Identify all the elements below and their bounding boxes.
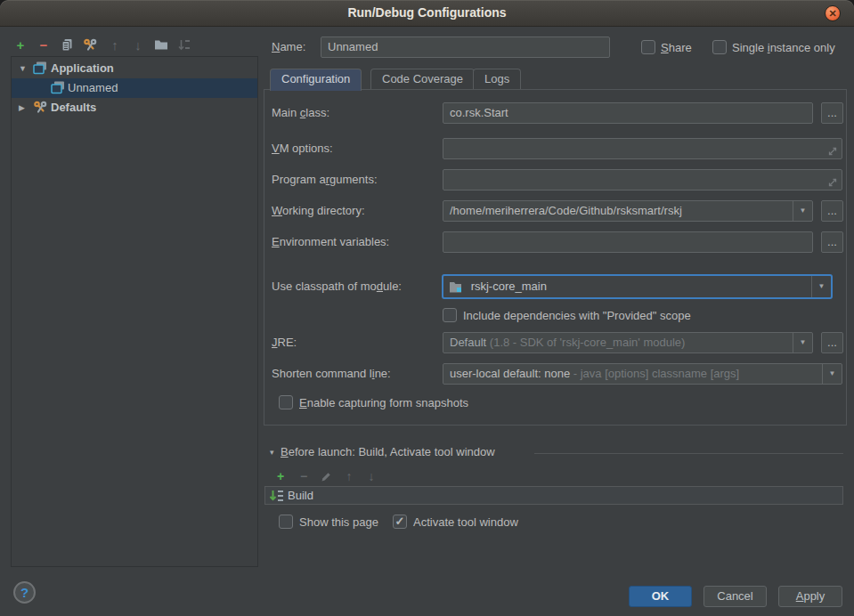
before-launch-header[interactable]: Before launch: Build, Activate tool wind… (281, 442, 495, 463)
main-class-browse-button[interactable]: ... (821, 102, 843, 124)
expand-field-icon[interactable] (827, 174, 838, 190)
include-provided-label[interactable]: Include dependencies with "Provided" sco… (463, 308, 691, 323)
move-task-up-icon[interactable]: ↑ (342, 469, 356, 483)
expanded-triangle-icon[interactable]: ▼ (19, 59, 29, 78)
remove-task-icon[interactable]: − (297, 469, 311, 483)
working-directory-combobox[interactable]: /home/meriherrera/Code/Github/rsksmart/r… (443, 200, 813, 222)
shorten-value-detail: - java [options] classname [args] (573, 367, 739, 380)
run-debug-configurations-dialog: Run/Debug Configurations ✕ + − ↑ ↓ ▼ App… (0, 0, 854, 616)
activate-tool-window-label[interactable]: Activate tool window (413, 515, 518, 530)
title-bar: Run/Debug Configurations ✕ (0, 0, 854, 27)
ok-button[interactable]: OK (629, 586, 692, 607)
module-combobox[interactable]: rskj-core_main ▼ (442, 274, 833, 299)
tab-configuration[interactable]: Configuration (270, 69, 362, 91)
tab-code-coverage[interactable]: Code Coverage (370, 69, 475, 90)
application-type-icon (51, 81, 65, 95)
jre-combobox[interactable]: Default (1.8 - SDK of 'rskj-core_main' m… (443, 332, 813, 353)
window-title: Run/Debug Configurations (0, 5, 854, 20)
use-classpath-label: Use classpath of module: (272, 276, 402, 297)
include-provided-checkbox[interactable]: ✓ (443, 308, 457, 322)
tab-logs[interactable]: Logs (473, 69, 521, 90)
shorten-command-line-combobox[interactable]: user-local default: none - java [options… (443, 363, 842, 385)
share-checkbox[interactable]: ✓ (641, 40, 655, 54)
name-label: Name: (272, 36, 305, 58)
tree-item-unnamed[interactable]: Unnamed (12, 78, 257, 98)
dropdown-arrow-icon[interactable]: ▼ (822, 364, 842, 384)
program-arguments-label: Program arguments: (272, 169, 378, 190)
show-this-page-checkbox[interactable]: ✓ (279, 515, 293, 529)
main-class-input[interactable]: co.rsk.Start (443, 102, 813, 124)
expand-field-icon[interactable] (827, 143, 838, 159)
vm-options-label: VM options: (272, 138, 333, 159)
dropdown-arrow-icon[interactable]: ▼ (793, 201, 812, 221)
new-folder-icon[interactable] (153, 36, 169, 53)
before-launch-separator (534, 453, 843, 454)
jre-label: JRE: (272, 332, 297, 353)
shorten-value: user-local default: none (450, 367, 570, 380)
activate-tool-window-checkbox[interactable]: ✓ (393, 515, 407, 529)
dropdown-arrow-icon[interactable]: ▼ (811, 276, 831, 297)
close-icon[interactable]: ✕ (825, 5, 841, 21)
jre-value: Default (450, 336, 486, 349)
enable-capturing-label[interactable]: Enable capturing form snapshots (299, 395, 468, 410)
before-launch-collapse-icon[interactable]: ▾ (270, 442, 274, 463)
tree-item-label: Unnamed (68, 78, 118, 98)
move-up-icon[interactable]: ↑ (107, 36, 123, 53)
before-launch-task-build[interactable]: Build (264, 486, 843, 505)
add-task-icon[interactable]: + (273, 469, 288, 483)
environment-variables-label: Environment variables: (272, 231, 389, 253)
move-task-down-icon[interactable]: ↓ (364, 469, 378, 483)
share-label[interactable]: Share (661, 40, 692, 55)
module-icon (449, 279, 463, 300)
show-this-page-label[interactable]: Show this page (299, 515, 378, 530)
shorten-command-line-label: Shorten command line: (272, 363, 391, 385)
apply-button[interactable]: Apply (778, 586, 842, 607)
cancel-button[interactable]: Cancel (704, 586, 767, 607)
sort-alphabetically-icon[interactable] (176, 36, 192, 53)
environment-variables-browse-button[interactable]: ... (821, 231, 843, 253)
working-directory-browse-button[interactable]: ... (821, 200, 843, 222)
dropdown-arrow-icon[interactable]: ▼ (793, 333, 812, 353)
single-instance-label[interactable]: Single instance only (732, 40, 835, 55)
defaults-wrench-icon (33, 101, 47, 115)
remove-configuration-icon[interactable]: − (36, 36, 52, 53)
application-type-icon (33, 61, 47, 76)
enable-capturing-checkbox[interactable]: ✓ (279, 395, 293, 409)
help-icon[interactable]: ? (13, 581, 36, 604)
edit-task-icon[interactable] (319, 469, 333, 483)
name-input[interactable]: Unnamed (321, 36, 610, 58)
add-configuration-icon[interactable]: + (12, 36, 28, 53)
main-class-value: co.rsk.Start (450, 106, 508, 119)
module-value: rskj-core_main (471, 280, 547, 293)
main-class-label: Main class: (272, 102, 329, 124)
jre-value-detail: (1.8 - SDK of 'rskj-core_main' module) (490, 336, 686, 349)
task-label: Build (288, 487, 313, 504)
collapsed-triangle-icon[interactable]: ▶ (19, 98, 29, 118)
tree-item-defaults[interactable]: ▶ Defaults (12, 98, 257, 118)
name-value: Unnamed (328, 40, 378, 53)
vm-options-input[interactable] (443, 138, 842, 159)
tree-item-label: Defaults (51, 98, 96, 118)
edit-defaults-icon[interactable] (82, 36, 98, 53)
working-directory-label: Working directory: (272, 200, 365, 222)
program-arguments-input[interactable] (443, 169, 842, 190)
environment-variables-input[interactable] (443, 231, 813, 253)
configurations-tree: ▼ Application Unnamed ▶ Defaults (11, 56, 258, 567)
working-directory-value: /home/meriherrera/Code/Github/rsksmart/r… (450, 204, 682, 217)
build-icon (269, 489, 284, 507)
move-down-icon[interactable]: ↓ (130, 36, 146, 53)
tree-item-application[interactable]: ▼ Application (12, 59, 257, 78)
jre-browse-button[interactable]: ... (821, 332, 843, 353)
single-instance-checkbox[interactable]: ✓ (712, 40, 727, 54)
copy-configuration-icon[interactable] (59, 36, 75, 53)
tree-item-label: Application (51, 59, 114, 78)
